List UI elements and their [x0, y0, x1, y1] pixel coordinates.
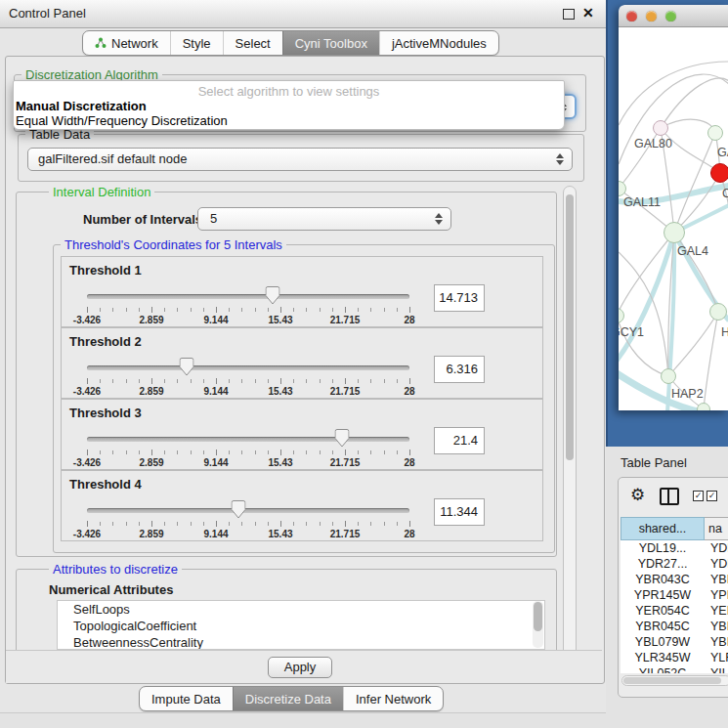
network-window-titlebar[interactable]: [619, 5, 728, 27]
tick-label: 9.144: [203, 529, 228, 539]
slider-major-tick: [280, 521, 281, 527]
slider-major-tick: [345, 521, 346, 527]
slider-major-tick: [216, 521, 217, 527]
cell-shared-name: YBR043C: [621, 572, 705, 587]
tab-label: Style: [183, 36, 211, 51]
node-label: GAL11: [623, 195, 661, 209]
threshold-label: Threshold 2: [69, 334, 142, 349]
dropdown-option-equal-width-frequency[interactable]: Equal Width/Frequency Discretization: [14, 113, 564, 128]
split-columns-icon[interactable]: [660, 488, 679, 505]
network-node[interactable]: [697, 403, 710, 410]
column-header-shared-name[interactable]: shared...: [621, 517, 705, 540]
column-header-name[interactable]: na: [705, 517, 728, 540]
table-horizontal-scrollbar[interactable]: [621, 675, 728, 686]
network-node[interactable]: [661, 368, 676, 384]
slider-tick-labels: -3.4262.8599.14415.4321.71528: [87, 315, 409, 326]
gear-icon[interactable]: ⚙: [630, 485, 645, 505]
tick-label: -3.426: [73, 315, 101, 325]
slider-track[interactable]: [87, 437, 409, 442]
slider-thumb[interactable]: [180, 358, 194, 379]
network-view-window[interactable]: GAL80GACGAL11GAL4GCY1HHAP2: [619, 5, 728, 410]
slider-track[interactable]: [87, 508, 409, 513]
settings-vertical-scrollbar[interactable]: [563, 186, 577, 680]
table-row[interactable]: YBL079WYBL0: [621, 634, 728, 650]
tab-network[interactable]: Network: [83, 31, 170, 55]
combo-stepper-icon[interactable]: [435, 212, 444, 226]
cyni-bottom-tabs: Impute Data Discretize Data Infer Networ…: [139, 686, 444, 711]
threshold-slider[interactable]: -3.4262.8599.14415.4321.71528: [87, 360, 409, 397]
network-node[interactable]: [653, 120, 668, 136]
slider-track[interactable]: [87, 365, 409, 370]
slider-thumb[interactable]: [232, 500, 246, 522]
table-row[interactable]: YBR043CYBR0: [621, 572, 728, 587]
scrollbar-thumb[interactable]: [623, 677, 721, 684]
tick-label: 21.715: [330, 457, 361, 468]
combo-stepper-icon[interactable]: [556, 152, 565, 166]
threshold-value-field[interactable]: 14.713: [434, 284, 485, 312]
slider-thumb[interactable]: [334, 429, 349, 450]
slider-major-tick: [345, 378, 346, 384]
checkbox-checked-icon[interactable]: ✓: [693, 491, 704, 501]
threshold-slider[interactable]: -3.4262.8599.14415.4321.71528: [87, 288, 409, 325]
minimize-traffic-light-icon[interactable]: [646, 11, 657, 21]
network-node[interactable]: [707, 125, 723, 141]
dropdown-option-manual-discretization[interactable]: Manual Discretization: [14, 99, 564, 113]
network-icon: [95, 37, 107, 49]
threshold-panel: Threshold 4-3.4262.8599.14415.4321.71528…: [61, 470, 543, 541]
checkbox-checked-icon[interactable]: ✓: [707, 491, 717, 501]
control-panel-titlebar: Control Panel ✕: [0, 0, 606, 28]
close-icon[interactable]: ✕: [582, 5, 594, 21]
table-row[interactable]: YDL19...YDL1: [621, 540, 728, 556]
threshold-value-field[interactable]: 21.4: [434, 427, 485, 454]
attribute-item[interactable]: SelfLoops: [58, 601, 544, 618]
network-canvas[interactable]: GAL80GACGAL11GAL4GCY1HHAP2: [619, 27, 728, 410]
table-row[interactable]: YPR145WYPR1: [621, 587, 728, 603]
table-row[interactable]: YBR045CYBR0: [621, 619, 728, 634]
slider-minor-ticks: [87, 450, 410, 454]
table-data-combo-value: galFiltered.sif default node: [38, 151, 187, 166]
slider-thumb[interactable]: [266, 286, 280, 308]
tab-discretize-data[interactable]: Discretize Data: [233, 687, 343, 710]
attribute-item[interactable]: BetweennessCentrality: [58, 634, 544, 650]
tab-jactivemnodules[interactable]: jActiveMNodules: [379, 31, 498, 55]
tab-infer-network[interactable]: Infer Network: [343, 687, 443, 710]
attributes-group-label: Attributes to discretize: [49, 562, 182, 577]
table-data-combo[interactable]: galFiltered.sif default node: [27, 148, 573, 171]
scrollbar-thumb[interactable]: [534, 602, 542, 631]
number-of-intervals-combo[interactable]: 5: [197, 207, 451, 231]
threshold-slider[interactable]: -3.4262.8599.14415.4321.71528: [87, 502, 409, 539]
network-node[interactable]: [710, 163, 728, 183]
table-row[interactable]: YDR27...YDR2: [621, 556, 728, 572]
cell-shared-name: YPR145W: [621, 587, 705, 603]
table-row[interactable]: YLR345WYLR3: [621, 650, 728, 665]
slider-track[interactable]: [87, 294, 409, 299]
tab-cyni-toolbox[interactable]: Cyni Toolbox: [282, 31, 379, 55]
attribute-item[interactable]: TopologicalCoefficient: [58, 618, 544, 634]
zoom-traffic-light-icon[interactable]: [665, 11, 676, 21]
threshold-value-field[interactable]: 11.344: [434, 498, 485, 526]
node-label: GAL80: [634, 137, 672, 150]
tab-select[interactable]: Select: [223, 31, 282, 55]
scrollbar-thumb[interactable]: [566, 194, 574, 460]
tab-style[interactable]: Style: [170, 31, 223, 55]
cell-shared-name: YBL079W: [621, 634, 705, 650]
slider-major-tick: [216, 378, 217, 384]
numerical-attributes-list[interactable]: SelfLoopsTopologicalCoefficientBetweenne…: [57, 600, 545, 650]
apply-button[interactable]: Apply: [268, 657, 332, 678]
apply-bar: Apply: [6, 650, 602, 683]
attributes-list-scrollbar[interactable]: [533, 601, 543, 648]
close-traffic-light-icon[interactable]: [626, 11, 637, 21]
tab-impute-data[interactable]: Impute Data: [140, 687, 233, 710]
tick-label: 9.144: [203, 386, 228, 397]
network-node[interactable]: [664, 222, 685, 243]
threshold-value-field[interactable]: 6.316: [434, 356, 485, 383]
tab-label: Select: [236, 36, 271, 51]
threshold-slider[interactable]: -3.4262.8599.14415.4321.71528: [87, 431, 409, 468]
table-row[interactable]: YER054CYER0: [621, 603, 728, 619]
cell-name: YDL1: [705, 540, 728, 556]
float-window-icon[interactable]: [563, 9, 575, 20]
slider-major-tick: [409, 521, 410, 527]
table-row[interactable]: YIL052CYIL0: [621, 665, 728, 673]
network-node[interactable]: [709, 303, 727, 321]
cell-name: YER0: [705, 603, 728, 619]
